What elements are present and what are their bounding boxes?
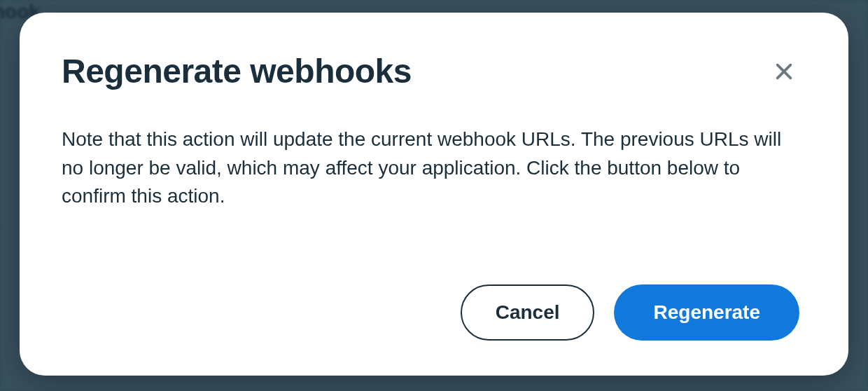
cancel-button[interactable]: Cancel: [461, 284, 595, 341]
regenerate-button[interactable]: Regenerate: [614, 284, 799, 341]
close-button[interactable]: [769, 56, 799, 87]
regenerate-webhooks-modal: Regenerate webhooks Note that this actio…: [20, 13, 848, 376]
modal-footer: Cancel Regenerate: [62, 284, 799, 341]
modal-title: Regenerate webhooks: [62, 52, 412, 90]
modal-header: Regenerate webhooks: [62, 52, 799, 90]
close-icon: [773, 60, 795, 83]
modal-body-text: Note that this action will update the cu…: [62, 125, 799, 256]
